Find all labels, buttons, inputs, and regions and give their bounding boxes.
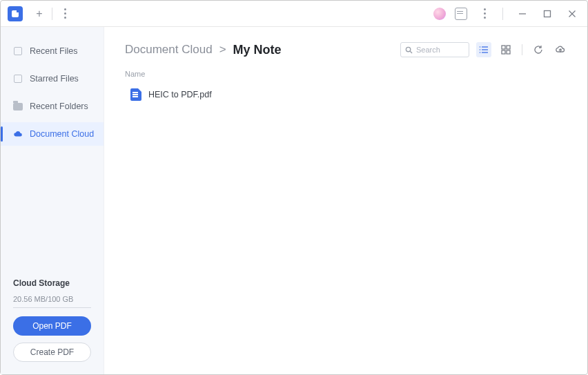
sidebar: Recent Files Starred Files Recent Folder… [1,27,104,374]
main-header: Document Cloud > My Note [125,42,568,57]
app-window: + Recent Files [0,0,588,375]
sidebar-item-starred-files[interactable]: Starred Files [1,67,104,90]
svg-point-9 [480,46,481,48]
grid-view-button[interactable] [498,42,513,57]
svg-point-10 [480,49,481,50]
maximize-button[interactable] [538,4,557,23]
storage-title: Cloud Storage [13,278,91,288]
svg-rect-13 [507,46,510,49]
titlebar-divider [52,8,52,20]
feedback-button[interactable] [451,4,471,23]
sidebar-item-recent-folders[interactable]: Recent Folders [1,95,104,118]
sidebar-item-label: Recent Files [30,46,77,56]
sidebar-item-document-cloud[interactable]: Document Cloud [1,122,104,146]
titlebar-divider [502,8,503,20]
open-pdf-button[interactable]: Open PDF [13,316,91,336]
upload-button[interactable] [553,42,568,57]
breadcrumb-current: My Note [233,43,282,57]
main-panel: Document Cloud > My Note [104,27,587,374]
file-list: HEIC to PDF.pdf [125,85,568,104]
refresh-button[interactable] [531,42,546,57]
account-avatar-icon[interactable] [433,8,446,20]
more-menu-button[interactable] [476,6,493,22]
grid-view-icon [501,45,511,55]
storage-divider [13,307,91,308]
svg-point-4 [406,47,410,51]
titlebar: + [1,1,587,27]
pdf-file-icon [130,88,141,101]
sidebar-item-label: Starred Files [30,74,79,84]
refresh-icon [533,45,543,55]
sidebar-item-label: Document Cloud [30,129,94,139]
folder-icon [13,102,23,111]
app-logo-icon [8,6,23,21]
tab-menu-button[interactable] [57,6,73,22]
file-icon [13,46,23,56]
close-icon [568,10,576,18]
chevron-right-icon: > [219,43,226,57]
svg-rect-1 [545,10,551,17]
cloud-icon [13,129,23,139]
column-header-name: Name [125,70,568,78]
svg-point-11 [480,52,481,53]
toolbar [400,42,568,57]
toolbar-divider [522,44,522,55]
sidebar-item-label: Recent Folders [30,102,88,111]
minimize-button[interactable] [513,4,532,23]
svg-rect-15 [507,50,510,54]
star-icon [13,74,23,84]
file-row[interactable]: HEIC to PDF.pdf [125,85,568,104]
breadcrumb-root[interactable]: Document Cloud [125,43,213,57]
svg-rect-12 [502,46,505,49]
storage-usage: 20.56 MB/100 GB [13,295,91,303]
svg-rect-14 [502,50,505,54]
svg-line-5 [410,51,412,53]
file-name: HEIC to PDF.pdf [148,90,212,99]
search-icon [405,46,413,54]
close-button[interactable] [562,4,582,23]
chat-icon [455,8,467,20]
minimize-icon [518,10,527,18]
list-view-button[interactable] [476,42,491,57]
cloud-upload-icon [556,45,565,55]
sidebar-item-recent-files[interactable]: Recent Files [1,39,104,63]
new-tab-button[interactable]: + [31,6,48,22]
breadcrumb: Document Cloud > My Note [125,43,282,57]
create-pdf-button[interactable]: Create PDF [13,343,91,362]
maximize-icon [543,10,551,18]
storage-section: Cloud Storage 20.56 MB/100 GB [1,278,104,316]
search-input[interactable] [416,46,460,54]
list-view-icon [479,45,489,55]
search-box[interactable] [400,42,469,57]
